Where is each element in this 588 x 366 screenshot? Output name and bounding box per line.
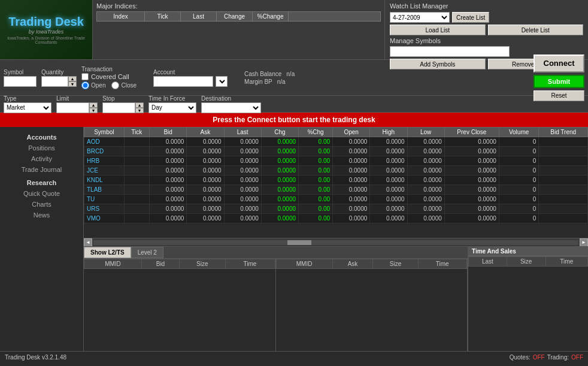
cell-open: 0.0000 bbox=[333, 185, 370, 195]
quantity-down-button[interactable]: ▼ bbox=[68, 81, 77, 87]
major-indices-title: Major Indices: bbox=[96, 2, 381, 10]
table-row[interactable]: HRB 0.0000 0.0000 0.0000 0.0000 0.00 0.0… bbox=[84, 156, 588, 166]
covered-call-label: Covered Call bbox=[91, 73, 129, 80]
col-bid: Bid bbox=[150, 128, 187, 137]
status-message: Press the Connect button start the tradi… bbox=[213, 116, 375, 124]
cell-symbol[interactable]: JCE bbox=[84, 166, 125, 176]
stop-up-button[interactable]: ▲ bbox=[135, 102, 144, 108]
table-row[interactable]: JCE 0.0000 0.0000 0.0000 0.0000 0.00 0.0… bbox=[84, 166, 588, 176]
quantity-field: Quantity ▲ ▼ bbox=[41, 69, 77, 87]
col-last: Last bbox=[224, 128, 261, 137]
cell-symbol[interactable]: VMO bbox=[84, 214, 125, 223]
account-input[interactable] bbox=[153, 76, 213, 87]
logo-subtitle: by IowaTrades bbox=[29, 29, 63, 35]
show-l2ts-tab[interactable]: Show L2/TS bbox=[84, 247, 131, 258]
col-open: Open bbox=[333, 128, 370, 137]
destination-select[interactable] bbox=[201, 102, 261, 113]
type-label: Type bbox=[4, 95, 51, 102]
stop-field: Stop ▲ ▼ bbox=[102, 95, 144, 113]
account-select[interactable]: ▼ bbox=[216, 76, 228, 87]
add-symbols-button[interactable]: Add Symbols bbox=[390, 59, 486, 69]
covered-call-checkbox[interactable] bbox=[81, 73, 89, 80]
cell-bid: 0.0000 bbox=[150, 137, 187, 147]
reset-button[interactable]: Reset bbox=[534, 90, 584, 101]
cell-tick bbox=[124, 147, 149, 156]
cell-prev-close: 0.0000 bbox=[444, 214, 499, 223]
limit-input[interactable] bbox=[56, 102, 89, 113]
sidebar-item-positions[interactable]: Positions bbox=[0, 143, 83, 153]
table-row[interactable]: TLAB 0.0000 0.0000 0.0000 0.0000 0.00 0.… bbox=[84, 185, 588, 195]
limit-label: Limit bbox=[56, 95, 98, 102]
stop-input[interactable] bbox=[102, 102, 135, 113]
horizontal-scrollbar[interactable]: ◄ ► bbox=[84, 238, 588, 246]
table-row[interactable]: KNDL 0.0000 0.0000 0.0000 0.0000 0.00 0.… bbox=[84, 176, 588, 185]
cell-symbol[interactable]: AOD bbox=[84, 137, 125, 147]
scroll-thumb[interactable] bbox=[287, 240, 311, 245]
quantity-up-button[interactable]: ▲ bbox=[68, 76, 77, 81]
submit-button[interactable]: Submit bbox=[534, 75, 584, 88]
sidebar-item-news[interactable]: News bbox=[0, 210, 83, 220]
limit-spinner: ▲ ▼ bbox=[56, 102, 98, 113]
watchlist-row2: Load List Delete List bbox=[390, 25, 583, 35]
header-row: Symbol Tick Bid Ask Last Chg %Chg Open H… bbox=[84, 128, 588, 137]
cell-ask: 0.0000 bbox=[187, 147, 224, 156]
sidebar-item-activity[interactable]: Activity bbox=[0, 153, 83, 164]
limit-up-button[interactable]: ▲ bbox=[89, 102, 98, 108]
cell-symbol[interactable]: BRCD bbox=[84, 147, 125, 156]
cell-bid-trend bbox=[539, 195, 588, 204]
cell-prev-close: 0.0000 bbox=[444, 147, 499, 156]
cell-chg: 0.0000 bbox=[261, 214, 298, 223]
quantity-input[interactable] bbox=[41, 76, 68, 87]
table-row[interactable]: VMO 0.0000 0.0000 0.0000 0.0000 0.00 0.0… bbox=[84, 214, 588, 223]
table-row[interactable]: BRCD 0.0000 0.0000 0.0000 0.0000 0.00 0.… bbox=[84, 147, 588, 156]
col-chg: Chg bbox=[261, 128, 298, 137]
cell-bid: 0.0000 bbox=[150, 176, 187, 185]
open-radio[interactable] bbox=[81, 81, 89, 89]
cell-bid: 0.0000 bbox=[150, 195, 187, 204]
cell-symbol[interactable]: TLAB bbox=[84, 185, 125, 195]
major-indices-area: Major Indices: Index Tick Last Change %C… bbox=[93, 0, 384, 59]
cell-symbol[interactable]: TU bbox=[84, 195, 125, 204]
indices-col-tick: Tick bbox=[145, 12, 181, 21]
trading-label: Trading: bbox=[547, 354, 569, 361]
stop-down-button[interactable]: ▼ bbox=[135, 108, 144, 113]
tif-field: Time In Force Day GTC GTX MOO MOC bbox=[148, 95, 196, 113]
scroll-right-button[interactable]: ► bbox=[580, 238, 588, 247]
delete-list-button[interactable]: Delete List bbox=[488, 25, 584, 35]
col-symbol: Symbol bbox=[84, 128, 125, 137]
cell-bid: 0.0000 bbox=[150, 156, 187, 166]
level2-tab[interactable]: Level 2 bbox=[131, 247, 163, 258]
limit-down-button[interactable]: ▼ bbox=[89, 108, 98, 113]
bid-table-header: MMID Bid Size Time bbox=[84, 259, 275, 269]
scroll-track[interactable] bbox=[93, 240, 578, 245]
close-radio[interactable] bbox=[111, 81, 119, 89]
sidebar-item-quick-quote[interactable]: Quick Quote bbox=[0, 188, 83, 199]
load-list-button[interactable]: Load List bbox=[390, 25, 486, 35]
scroll-left-button[interactable]: ◄ bbox=[84, 238, 92, 247]
table-row[interactable]: URS 0.0000 0.0000 0.0000 0.0000 0.00 0.0… bbox=[84, 204, 588, 214]
sidebar-item-trade-journal[interactable]: Trade Journal bbox=[0, 164, 83, 175]
connect-button[interactable]: Connect bbox=[534, 55, 584, 72]
table-row[interactable]: AOD 0.0000 0.0000 0.0000 0.0000 0.00 0.0… bbox=[84, 137, 588, 147]
cell-symbol[interactable]: KNDL bbox=[84, 176, 125, 185]
create-list-button[interactable]: Create List bbox=[452, 12, 489, 23]
cell-ask: 0.0000 bbox=[187, 195, 224, 204]
cell-prev-close: 0.0000 bbox=[444, 137, 499, 147]
manage-symbols-input[interactable] bbox=[390, 46, 510, 57]
cell-symbol[interactable]: URS bbox=[84, 204, 125, 214]
type-select[interactable]: Market Limit Stop Stop Limit bbox=[4, 102, 51, 113]
tas-header: Time And Sales bbox=[468, 247, 588, 256]
cell-symbol[interactable]: HRB bbox=[84, 156, 125, 166]
tif-select[interactable]: Day GTC GTX MOO MOC bbox=[148, 102, 196, 113]
symbol-input[interactable] bbox=[4, 76, 37, 87]
type-input-row: Market Limit Stop Stop Limit bbox=[4, 102, 51, 113]
destination-field: Destination bbox=[201, 95, 261, 113]
covered-call-row: Covered Call bbox=[81, 73, 137, 80]
cell-bid: 0.0000 bbox=[150, 214, 187, 223]
table-row[interactable]: TU 0.0000 0.0000 0.0000 0.0000 0.00 0.00… bbox=[84, 195, 588, 204]
watchlist-date-select[interactable]: 4-27-2009 bbox=[390, 12, 450, 23]
cell-prev-close: 0.0000 bbox=[444, 204, 499, 214]
cell-pchg: 0.00 bbox=[299, 204, 333, 214]
sidebar-item-charts[interactable]: Charts bbox=[0, 199, 83, 210]
destination-row bbox=[201, 102, 261, 113]
